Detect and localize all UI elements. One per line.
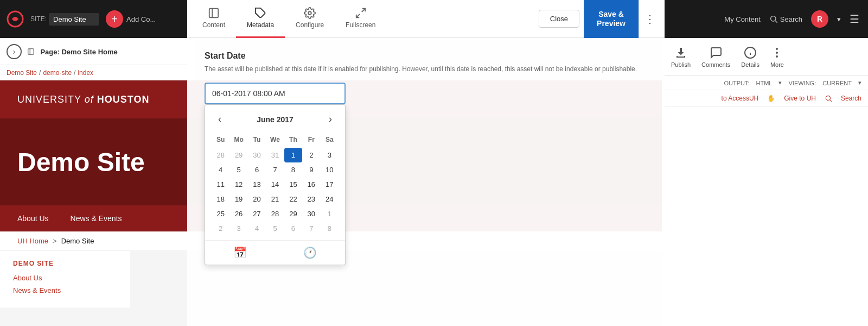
- search-link[interactable]: Search: [769, 15, 802, 23]
- cal-day[interactable]: 7: [302, 221, 320, 236]
- add-content-label: Add Co...: [126, 15, 156, 23]
- cal-day[interactable]: 7: [266, 162, 284, 177]
- cal-day[interactable]: 4: [248, 221, 266, 236]
- cal-day[interactable]: 30: [302, 206, 320, 221]
- page-title: Page: Demo Site Home: [27, 47, 118, 57]
- calendar-next-button[interactable]: ›: [324, 111, 336, 127]
- svg-point-1: [770, 16, 775, 21]
- cal-day[interactable]: 11: [212, 177, 229, 192]
- save-preview-button[interactable]: Save & Preview: [584, 0, 639, 38]
- metadata-content: Start Date The asset will be published a…: [187, 38, 665, 278]
- cal-day[interactable]: 28: [212, 148, 229, 162]
- cms-logo-icon: [4, 8, 26, 30]
- cal-day[interactable]: 24: [321, 192, 339, 206]
- cal-day[interactable]: 26: [229, 206, 247, 221]
- cal-day[interactable]: 27: [248, 206, 266, 221]
- output-label: OUTPUT:: [724, 80, 749, 86]
- tab-fullscreen[interactable]: Fullscreen: [335, 0, 386, 38]
- details-action[interactable]: Details: [741, 46, 760, 68]
- cal-day[interactable]: 30: [248, 148, 266, 162]
- cal-day[interactable]: 21: [266, 192, 284, 206]
- calendar-day-headers: Su Mo Tu We Th Fr Sa: [212, 134, 339, 146]
- to-accessuh-link[interactable]: to AccessUH: [722, 95, 759, 102]
- cal-day[interactable]: 6: [284, 221, 302, 236]
- viewing-value[interactable]: CURRENT: [822, 80, 852, 86]
- cal-day[interactable]: 16: [302, 177, 320, 192]
- cal-day[interactable]: 22: [284, 192, 302, 206]
- breadcrumb-demo-site-slug[interactable]: demo-site: [43, 69, 72, 77]
- sidebar-link-about[interactable]: About Us: [13, 274, 117, 282]
- cal-day[interactable]: 4: [212, 162, 229, 177]
- breadcrumb-index[interactable]: index: [78, 69, 93, 77]
- breadcrumb-demo-site[interactable]: Demo Site: [7, 69, 37, 77]
- metadata-tab-bar: Content Metadata Configure Fullscreen Cl…: [187, 0, 665, 38]
- cal-day[interactable]: 20: [248, 192, 266, 206]
- output-value[interactable]: HTML: [756, 80, 773, 86]
- day-header-tu: Tu: [248, 134, 266, 146]
- cal-day[interactable]: 5: [229, 162, 247, 177]
- cal-day[interactable]: 2: [302, 148, 320, 162]
- cal-day[interactable]: 3: [229, 221, 247, 236]
- metadata-overlay: Content Metadata Configure Fullscreen Cl…: [187, 0, 665, 326]
- give-to-uh-link[interactable]: Give to UH: [784, 95, 816, 102]
- cal-day[interactable]: 15: [284, 177, 302, 192]
- cms-right-actions: My Content Search R ▾ ☰: [724, 10, 868, 28]
- svg-point-9: [776, 52, 777, 53]
- viewing-dropdown-icon[interactable]: ▾: [858, 79, 861, 86]
- user-avatar[interactable]: R: [811, 10, 828, 28]
- cal-day[interactable]: 9: [302, 162, 320, 177]
- cal-day[interactable]: 3: [321, 148, 339, 162]
- cal-day[interactable]: 13: [248, 177, 266, 192]
- my-content-link[interactable]: My Content: [724, 15, 760, 23]
- cal-day[interactable]: 5: [266, 221, 284, 236]
- expand-button[interactable]: ›: [7, 44, 22, 59]
- breadcrumb-uh-home[interactable]: UH Home: [17, 237, 48, 245]
- cal-day[interactable]: 14: [266, 177, 284, 192]
- cal-day[interactable]: 28: [266, 206, 284, 221]
- add-button[interactable]: +: [106, 10, 123, 28]
- nav-news-events[interactable]: News & Events: [71, 214, 122, 223]
- avatar-dropdown-icon[interactable]: ▾: [837, 15, 841, 23]
- cal-day[interactable]: 8: [284, 162, 302, 177]
- cal-day[interactable]: 18: [212, 192, 229, 206]
- calendar-prev-button[interactable]: ‹: [214, 111, 226, 127]
- cal-day[interactable]: 17: [321, 177, 339, 192]
- more-action[interactable]: More: [770, 46, 784, 68]
- site-selector[interactable]: Demo Site: [49, 13, 99, 26]
- close-button[interactable]: Close: [539, 10, 579, 28]
- hamburger-menu-icon[interactable]: ☰: [850, 12, 859, 26]
- tab-metadata[interactable]: Metadata: [236, 0, 285, 38]
- output-dropdown-icon[interactable]: ▾: [778, 79, 782, 86]
- start-date-input[interactable]: [205, 83, 346, 104]
- cal-day[interactable]: 29: [284, 206, 302, 221]
- tab-content[interactable]: Content: [192, 0, 236, 38]
- search-nav-link[interactable]: Search: [841, 95, 861, 102]
- calendar-footer: 📅 🕐: [205, 240, 345, 265]
- cal-day[interactable]: 29: [229, 148, 247, 162]
- publish-action[interactable]: Publish: [671, 46, 691, 68]
- svg-point-16: [308, 11, 311, 15]
- cal-day[interactable]: 6: [248, 162, 266, 177]
- cal-day[interactable]: 25: [212, 206, 229, 221]
- cal-day[interactable]: 8: [321, 221, 339, 236]
- calendar-icon[interactable]: 📅: [233, 246, 247, 259]
- cal-day[interactable]: 19: [229, 192, 247, 206]
- cal-day[interactable]: 2: [212, 221, 229, 236]
- cal-day[interactable]: 12: [229, 177, 247, 192]
- cal-day[interactable]: 10: [321, 162, 339, 177]
- breadcrumb-separator: >: [53, 237, 57, 245]
- options-menu-icon[interactable]: ⋮: [639, 0, 660, 38]
- clock-icon[interactable]: 🕐: [303, 246, 317, 259]
- sidebar-link-news[interactable]: News & Events: [13, 286, 117, 294]
- cal-day[interactable]: 23: [302, 192, 320, 206]
- svg-rect-3: [28, 49, 34, 55]
- cal-day[interactable]: 1: [321, 206, 339, 221]
- viewing-label: VIEWING:: [788, 80, 816, 86]
- day-header-sa: Sa: [321, 134, 339, 146]
- svg-point-8: [776, 48, 777, 49]
- cal-day[interactable]: 31: [266, 148, 284, 162]
- tab-configure[interactable]: Configure: [285, 0, 335, 38]
- comments-action[interactable]: Comments: [701, 46, 730, 68]
- nav-about-us[interactable]: About Us: [17, 214, 49, 223]
- cal-day-1-selected[interactable]: 1: [284, 148, 302, 162]
